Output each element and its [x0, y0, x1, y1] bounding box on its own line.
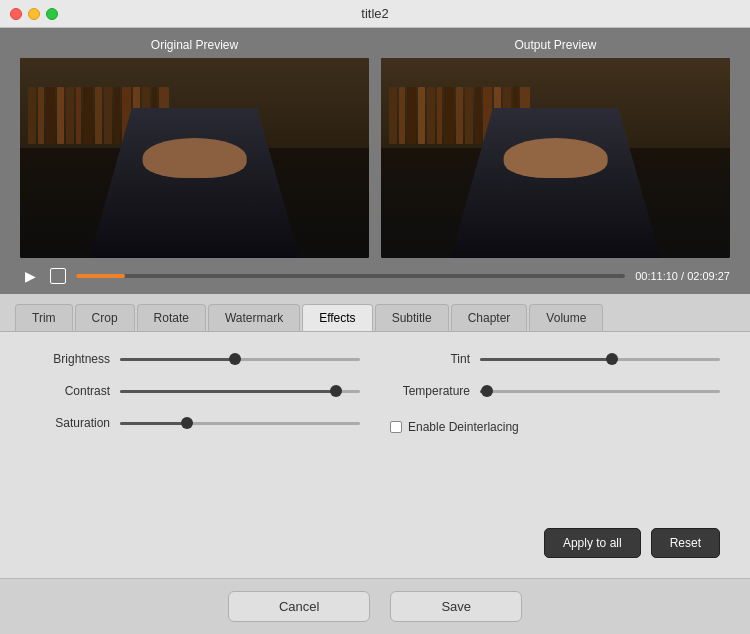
tint-label: Tint — [390, 352, 470, 366]
save-button[interactable]: Save — [390, 591, 522, 622]
tint-thumb[interactable] — [606, 353, 618, 365]
tab-trim[interactable]: Trim — [15, 304, 73, 331]
cancel-button[interactable]: Cancel — [228, 591, 370, 622]
output-preview-video — [381, 58, 730, 258]
brightness-fill — [120, 358, 235, 361]
right-sliders: Tint Temperature En — [390, 352, 720, 508]
output-scene — [381, 58, 730, 258]
original-scene — [20, 58, 369, 258]
tab-crop[interactable]: Crop — [75, 304, 135, 331]
tint-track[interactable] — [480, 358, 720, 361]
temperature-label: Temperature — [390, 384, 470, 398]
maximize-button[interactable] — [46, 8, 58, 20]
tab-rotate[interactable]: Rotate — [137, 304, 206, 331]
contrast-row: Contrast — [30, 384, 360, 398]
preview-area: Original Preview — [0, 28, 750, 294]
original-preview-panel: Original Preview — [20, 38, 369, 258]
reset-button[interactable]: Reset — [651, 528, 720, 558]
brightness-thumb[interactable] — [229, 353, 241, 365]
tab-watermark[interactable]: Watermark — [208, 304, 300, 331]
temperature-row: Temperature — [390, 384, 720, 398]
play-button[interactable]: ▶ — [20, 266, 40, 286]
brightness-row: Brightness — [30, 352, 360, 366]
deinterlacing-label: Enable Deinterlacing — [408, 420, 519, 434]
tab-chapter[interactable]: Chapter — [451, 304, 528, 331]
saturation-thumb[interactable] — [181, 417, 193, 429]
footer-bar: Cancel Save — [0, 578, 750, 634]
output-preview-panel: Output Preview — [381, 38, 730, 258]
total-time: 02:09:27 — [687, 270, 730, 282]
contrast-thumb[interactable] — [330, 385, 342, 397]
deinterlacing-row: Enable Deinterlacing — [390, 420, 720, 434]
contrast-label: Contrast — [30, 384, 110, 398]
original-preview-video — [20, 58, 369, 258]
main-panel: Trim Crop Rotate Watermark Effects Subti… — [0, 294, 750, 578]
playback-bar: ▶ 00:11:10 / 02:09:27 — [20, 258, 730, 294]
temperature-track[interactable] — [480, 390, 720, 393]
saturation-label: Saturation — [30, 416, 110, 430]
left-sliders: Brightness Contrast Saturation — [30, 352, 360, 508]
apply-to-all-button[interactable]: Apply to all — [544, 528, 641, 558]
current-time: 00:11:10 — [635, 270, 678, 282]
tab-effects[interactable]: Effects — [302, 304, 372, 331]
tint-row: Tint — [390, 352, 720, 366]
original-preview-label: Original Preview — [151, 38, 238, 52]
face-area — [142, 138, 247, 178]
traffic-lights — [10, 8, 58, 20]
contrast-track[interactable] — [120, 390, 360, 393]
progress-track[interactable] — [76, 274, 625, 278]
tab-volume[interactable]: Volume — [529, 304, 603, 331]
window-title: title2 — [361, 6, 388, 21]
title-bar: title2 — [0, 0, 750, 28]
contrast-fill — [120, 390, 336, 393]
previews-row: Original Preview — [20, 38, 730, 258]
output-preview-label: Output Preview — [514, 38, 596, 52]
saturation-row: Saturation — [30, 416, 360, 430]
stop-button[interactable] — [50, 268, 66, 284]
output-face-area — [503, 138, 608, 178]
time-display: 00:11:10 / 02:09:27 — [635, 270, 730, 282]
tab-subtitle[interactable]: Subtitle — [375, 304, 449, 331]
saturation-fill — [120, 422, 187, 425]
effects-actions: Apply to all Reset — [30, 528, 720, 558]
minimize-button[interactable] — [28, 8, 40, 20]
brightness-track[interactable] — [120, 358, 360, 361]
deinterlacing-checkbox[interactable] — [390, 421, 402, 433]
tint-fill — [480, 358, 612, 361]
brightness-label: Brightness — [30, 352, 110, 366]
tabs-row: Trim Crop Rotate Watermark Effects Subti… — [0, 294, 750, 332]
effects-panel: Brightness Contrast Saturation — [0, 332, 750, 578]
close-button[interactable] — [10, 8, 22, 20]
temperature-thumb[interactable] — [481, 385, 493, 397]
sliders-grid: Brightness Contrast Saturation — [30, 352, 720, 508]
saturation-track[interactable] — [120, 422, 360, 425]
progress-fill — [76, 274, 125, 278]
